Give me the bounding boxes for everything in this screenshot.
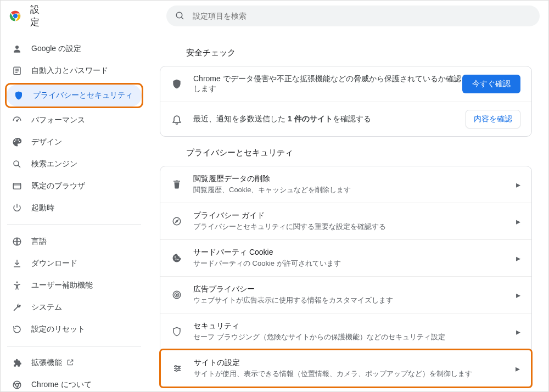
sidebar-item-performance[interactable]: パフォーマンス: [5, 109, 143, 131]
search-box[interactable]: [166, 5, 540, 26]
svg-point-10: [16, 120, 18, 121]
svg-point-4: [15, 46, 19, 49]
svg-line-12: [18, 165, 20, 167]
shield-icon: [171, 79, 182, 89]
download-icon: [12, 258, 23, 269]
shield-icon: [171, 326, 182, 337]
list-sub: プライバシーとセキュリティに関する重要な設定を確認する: [193, 222, 509, 232]
search-input[interactable]: [193, 12, 531, 20]
sidebar-divider: [7, 225, 141, 225]
sidebar-item-startup[interactable]: 起動時: [5, 197, 143, 219]
chrome-icon: [12, 379, 23, 390]
sidebar-label: パフォーマンス: [31, 115, 85, 125]
privacy-item-ads[interactable]: 広告プライバシー ウェブサイトが広告表示に使用する情報をカスタマイズします ▸: [160, 276, 531, 313]
list-title: セキュリティ: [193, 321, 509, 331]
autofill-icon: [12, 65, 23, 76]
sidebar-item-autofill[interactable]: 自動入力とパスワード: [5, 60, 143, 82]
svg-point-28: [175, 366, 177, 367]
sidebar-item-language[interactable]: 言語: [5, 231, 143, 253]
tune-icon: [172, 363, 183, 374]
svg-marker-21: [176, 220, 178, 223]
shield-icon: [13, 90, 24, 101]
sidebar-label: ダウンロード: [31, 259, 77, 268]
sidebar-label: 拡張機能: [31, 358, 62, 368]
sidebar-label: 言語: [31, 237, 47, 247]
sidebar-item-default-browser[interactable]: 既定のブラウザ: [5, 175, 143, 197]
privacy-item-cookies[interactable]: サードパーティ Cookie サードパーティの Cookie が許可されています…: [160, 239, 531, 276]
privacy-item-site-settings[interactable]: サイトの設定 サイトが使用、表示できる情報（位置情報、カメラ、ポップアップなど）…: [159, 349, 533, 388]
svg-point-24: [176, 294, 177, 295]
chevron-right-icon: ▸: [516, 216, 520, 227]
safety-row-notifications: 最近、通知を多数送信した 1 件のサイトを確認する 内容を確認: [160, 102, 531, 136]
trash-icon: [171, 179, 182, 190]
globe-icon: [12, 236, 23, 247]
privacy-item-clear-data[interactable]: 閲覧履歴データの削除 閲覧履歴、Cookie、キャッシュなどを削除します ▸: [160, 166, 531, 203]
sidebar-item-about[interactable]: Chrome について: [5, 374, 143, 392]
list-title: 広告プライバシー: [193, 284, 509, 294]
chevron-right-icon: ▸: [516, 327, 520, 337]
sidebar-item-privacy[interactable]: プライバシーとセキュリティ: [7, 85, 142, 107]
chrome-logo-icon: [9, 9, 21, 23]
privacy-list-card: 閲覧履歴データの削除 閲覧履歴、Cookie、キャッシュなどを削除します ▸ プ…: [160, 166, 532, 388]
sidebar-item-reset[interactable]: 設定のリセット: [5, 318, 143, 340]
sidebar-label: 検索エンジン: [31, 159, 77, 169]
sidebar-item-google[interactable]: Google の設定: [5, 38, 143, 60]
list-sub: セーフ ブラウジング（危険なサイトからの保護機能）などのセキュリティ設定: [193, 332, 509, 342]
sidebar-label: 既定のブラウザ: [31, 181, 85, 191]
list-sub: ウェブサイトが広告表示に使用する情報をカスタマイズします: [193, 295, 509, 305]
svg-point-17: [16, 282, 18, 283]
browser-icon: [12, 181, 23, 192]
chevron-right-icon: ▸: [516, 253, 520, 264]
svg-rect-13: [13, 183, 21, 189]
safety-check-card: Chrome でデータ侵害や不正な拡張機能などの脅威から保護されているか確認しま…: [160, 66, 532, 137]
svg-point-11: [14, 161, 19, 166]
svg-point-1: [13, 14, 18, 18]
review-button[interactable]: 内容を確認: [466, 110, 520, 128]
list-sub: 閲覧履歴、Cookie、キャッシュなどを削除します: [193, 185, 509, 195]
sidebar-label: プライバシーとセキュリティ: [33, 91, 133, 100]
chevron-right-icon: ▸: [516, 290, 520, 300]
accessibility-icon: [12, 280, 23, 291]
wrench-icon: [12, 302, 23, 313]
sidebar-item-system[interactable]: システム: [5, 296, 143, 318]
puzzle-icon: [12, 357, 23, 368]
sidebar-item-extensions[interactable]: 拡張機能: [5, 352, 143, 374]
power-icon: [12, 203, 23, 214]
check-now-button[interactable]: 今すぐ確認: [462, 75, 520, 93]
sidebar-label: Chrome について: [31, 380, 92, 390]
sidebar-divider: [7, 346, 141, 346]
external-link-icon: [66, 359, 74, 368]
sidebar-item-design[interactable]: デザイン: [5, 131, 143, 153]
safety-protection-text: Chrome でデータ侵害や不正な拡張機能などの脅威から保護されているか確認しま…: [193, 74, 462, 94]
sidebar: Google の設定 自動入力とパスワード プライバシーとセキュリティ パフォー…: [1, 31, 148, 392]
list-sub: サイトが使用、表示できる情報（位置情報、カメラ、ポップアップなど）を制御します: [194, 369, 509, 379]
chevron-right-icon: ▸: [516, 180, 520, 190]
svg-point-29: [178, 368, 180, 369]
content-area: 安全チェック Chrome でデータ侵害や不正な拡張機能などの脅威から保護されて…: [148, 31, 548, 392]
sidebar-label: 起動時: [31, 203, 54, 213]
privacy-item-guide[interactable]: プライバシー ガイド プライバシーとセキュリティに関する重要な設定を確認する ▸: [160, 203, 531, 239]
list-title: 閲覧履歴データの削除: [193, 174, 509, 184]
sidebar-item-downloads[interactable]: ダウンロード: [5, 253, 143, 275]
svg-point-30: [176, 369, 177, 371]
sidebar-label: 自動入力とパスワード: [31, 66, 108, 76]
sidebar-label: Google の設定: [31, 44, 81, 54]
search-icon: [12, 159, 23, 170]
bell-icon: [171, 114, 182, 125]
sidebar-label: 設定のリセット: [31, 324, 85, 334]
ads-icon: [171, 289, 182, 300]
palette-icon: [12, 137, 23, 148]
person-icon: [12, 43, 23, 54]
page-title: 設定: [30, 3, 46, 29]
safety-row-protection: Chrome でデータ侵害や不正な拡張機能などの脅威から保護されているか確認しま…: [160, 66, 531, 102]
list-title: プライバシー ガイド: [193, 211, 509, 221]
safety-check-title: 安全チェック: [186, 48, 532, 58]
sidebar-item-accessibility[interactable]: ユーザー補助機能: [5, 275, 143, 296]
list-sub: サードパーティの Cookie が許可されています: [193, 259, 509, 268]
sidebar-item-search-engine[interactable]: 検索エンジン: [5, 153, 143, 175]
safety-notifications-text: 最近、通知を多数送信した 1 件のサイトを確認する: [193, 114, 466, 124]
sidebar-label: デザイン: [31, 137, 62, 147]
chevron-right-icon: ▸: [516, 363, 520, 374]
privacy-item-security[interactable]: セキュリティ セーフ ブラウジング（危険なサイトからの保護機能）などのセキュリテ…: [160, 313, 531, 350]
speed-icon: [12, 115, 23, 126]
